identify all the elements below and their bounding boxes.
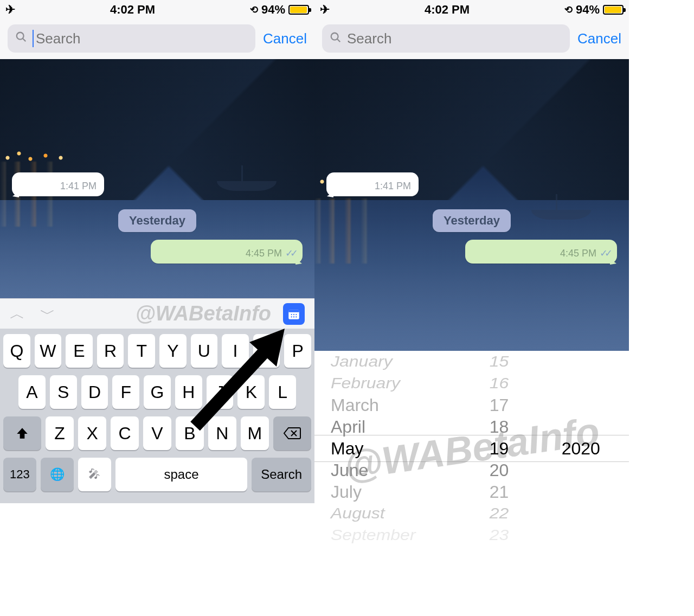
- battery-pct: 94%: [261, 3, 285, 17]
- battery-pct: 94%: [576, 3, 600, 17]
- picker-item[interactable]: 17: [490, 394, 509, 416]
- key-o[interactable]: O: [253, 334, 280, 368]
- svg-rect-3: [288, 310, 299, 312]
- key-v[interactable]: V: [143, 416, 171, 450]
- watermark: @WABetaInfo: [136, 302, 271, 325]
- key-f[interactable]: F: [112, 375, 139, 409]
- key-n[interactable]: N: [208, 416, 236, 450]
- key-g[interactable]: G: [144, 375, 171, 409]
- numeric-key[interactable]: 123: [3, 458, 36, 491]
- cancel-button[interactable]: Cancel: [263, 30, 307, 47]
- read-ticks-icon: ✓✓: [285, 247, 295, 259]
- rotation-lock-icon: ⟲: [250, 4, 258, 16]
- search-key[interactable]: Search: [252, 458, 311, 491]
- day-column[interactable]: 15 16 17 18 19 20 21 22 23: [465, 351, 532, 546]
- backspace-icon: [283, 426, 301, 440]
- space-key[interactable]: space: [115, 458, 248, 491]
- microphone-icon: 🎤︎: [88, 467, 100, 482]
- date-picker[interactable]: @WABetaInfo January February March April…: [314, 351, 629, 546]
- key-w[interactable]: W: [35, 334, 62, 368]
- shift-icon: [15, 426, 29, 440]
- airplane-mode-icon: ✈︎: [5, 3, 15, 17]
- picker-item[interactable]: August: [331, 504, 385, 523]
- svg-point-5: [293, 314, 294, 315]
- battery-icon: [603, 5, 624, 15]
- left-pane: ✈︎ 4:02 PM ⟲ 94% Cancel: [0, 0, 314, 564]
- picker-item[interactable]: June: [331, 459, 368, 481]
- search-input[interactable]: [36, 30, 248, 47]
- picker-item[interactable]: 18: [490, 416, 509, 438]
- key-a[interactable]: A: [18, 375, 46, 409]
- picker-item[interactable]: February: [331, 374, 400, 393]
- picker-item[interactable]: 23: [490, 526, 509, 544]
- picker-item[interactable]: July: [331, 481, 362, 503]
- key-d[interactable]: D: [81, 375, 108, 409]
- picker-item[interactable]: 22: [490, 504, 509, 523]
- picker-item[interactable]: 20: [490, 459, 509, 481]
- cancel-button[interactable]: Cancel: [577, 30, 621, 47]
- picker-item[interactable]: April: [331, 416, 365, 438]
- emoji-key[interactable]: 🌐: [41, 458, 74, 491]
- calendar-icon: [287, 307, 301, 321]
- picker-item[interactable]: March: [331, 394, 379, 416]
- next-result-icon[interactable]: ﹀: [40, 304, 55, 324]
- date-pill-yesterday: Yesterday: [118, 209, 196, 232]
- picker-item[interactable]: 21: [490, 481, 509, 503]
- search-bar: Cancel: [314, 19, 629, 59]
- incoming-message[interactable]: 1:41 PM: [12, 172, 104, 196]
- search-field[interactable]: [8, 24, 255, 53]
- search-bar: Cancel: [0, 19, 314, 59]
- svg-point-8: [293, 316, 294, 317]
- key-j[interactable]: J: [207, 375, 234, 409]
- keyboard-accessory-bar: ︿ ﹀ @WABetaInfo: [0, 298, 314, 329]
- key-q[interactable]: Q: [3, 334, 30, 368]
- chat-area[interactable]: Tue, May 19 🔒 Messages to this chat and …: [314, 59, 629, 351]
- shift-key[interactable]: [3, 416, 41, 450]
- picker-item[interactable]: September: [331, 526, 416, 544]
- key-c[interactable]: C: [111, 416, 139, 450]
- date-pill-yesterday: Yesterday: [433, 209, 511, 232]
- key-z[interactable]: Z: [46, 416, 74, 450]
- chat-area[interactable]: Tue, May 19 🔒 Messages to this chat and …: [0, 59, 314, 298]
- globe-icon: 🌐: [50, 467, 65, 482]
- message-time: 1:41 PM: [375, 181, 411, 192]
- month-column[interactable]: January February March April May June Ju…: [314, 351, 465, 546]
- svg-point-6: [295, 314, 297, 315]
- picker-item[interactable]: January: [331, 352, 393, 371]
- svg-point-4: [291, 314, 292, 315]
- key-r[interactable]: R: [97, 334, 124, 368]
- key-e[interactable]: E: [66, 334, 93, 368]
- key-t[interactable]: T: [128, 334, 155, 368]
- key-i[interactable]: I: [222, 334, 249, 368]
- calendar-button[interactable]: [283, 303, 305, 325]
- svg-point-7: [291, 316, 292, 317]
- picker-item[interactable]: 15: [490, 352, 509, 371]
- svg-line-1: [23, 39, 26, 42]
- search-field[interactable]: [322, 24, 570, 53]
- picker-item[interactable]: 16: [490, 374, 509, 393]
- backspace-key[interactable]: [273, 416, 311, 450]
- outgoing-message[interactable]: 4:45 PM ✓✓: [465, 240, 617, 264]
- key-x[interactable]: X: [78, 416, 106, 450]
- search-input[interactable]: [347, 30, 562, 47]
- key-m[interactable]: M: [241, 416, 269, 450]
- key-l[interactable]: L: [269, 375, 296, 409]
- airplane-mode-icon: ✈︎: [320, 3, 330, 17]
- key-k[interactable]: K: [237, 375, 265, 409]
- search-icon: [15, 31, 27, 46]
- incoming-message[interactable]: 1:41 PM: [326, 172, 419, 196]
- battery-icon: [288, 5, 309, 15]
- outgoing-message[interactable]: 4:45 PM ✓✓: [151, 240, 303, 264]
- picker-item-selected[interactable]: May: [331, 438, 363, 459]
- key-s[interactable]: S: [50, 375, 77, 409]
- picker-item-selected[interactable]: 19: [490, 438, 509, 459]
- key-h[interactable]: H: [175, 375, 202, 409]
- year-column[interactable]: 2020: [533, 351, 629, 546]
- key-b[interactable]: B: [176, 416, 204, 450]
- key-u[interactable]: U: [191, 334, 218, 368]
- key-p[interactable]: P: [284, 334, 311, 368]
- key-y[interactable]: Y: [159, 334, 187, 368]
- picker-item-selected[interactable]: 2020: [562, 435, 600, 462]
- prev-result-icon[interactable]: ︿: [10, 304, 25, 324]
- dictation-key[interactable]: 🎤︎: [78, 458, 111, 491]
